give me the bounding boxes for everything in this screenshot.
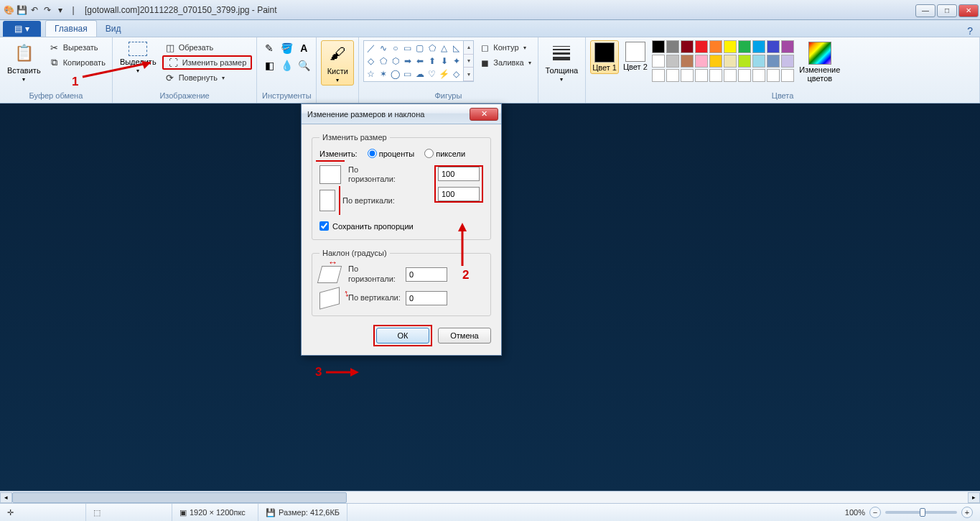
radio-pixels-input[interactable] — [424, 149, 434, 158]
cancel-button[interactable]: Отмена — [438, 328, 491, 344]
palette-color[interactable] — [652, 40, 665, 53]
edit-colors-button[interactable]: Изменение цветов — [797, 40, 843, 84]
zoom-out-button[interactable]: − — [869, 507, 881, 518]
save-icon[interactable]: 💾 — [16, 4, 27, 16]
palette-color[interactable] — [724, 55, 737, 68]
shape-roundrect[interactable]: ▢ — [414, 42, 426, 55]
scroll-right-button[interactable]: ▸ — [968, 492, 980, 503]
fill-button[interactable]: ◼Заливка▾ — [477, 55, 533, 70]
skew-v-input[interactable] — [406, 291, 447, 305]
palette-color[interactable] — [652, 55, 665, 68]
shape-arrow-u[interactable]: ⬆ — [426, 55, 438, 68]
redo-icon[interactable]: ↷ — [42, 4, 53, 16]
palette-color[interactable] — [738, 55, 751, 68]
cut-button[interactable]: ✂Вырезать — [47, 40, 108, 55]
shape-diamond[interactable]: ◇ — [365, 55, 377, 68]
shape-callout-cloud[interactable]: ☁ — [414, 68, 426, 80]
outline-button[interactable]: ◻Контур▾ — [477, 40, 533, 55]
shape-callout-round[interactable]: ◯ — [389, 68, 401, 80]
text-tool[interactable]: A — [296, 40, 312, 56]
shape-polygon[interactable]: ⬠ — [426, 42, 438, 55]
shape-curve[interactable]: ∿ — [377, 42, 389, 55]
palette-color[interactable] — [709, 40, 722, 53]
color2-button[interactable]: Цвет 2 — [622, 40, 649, 73]
palette-color[interactable] — [781, 40, 794, 53]
zoom-in-button[interactable]: + — [961, 507, 973, 518]
pencil-tool[interactable]: ✎ — [261, 40, 277, 56]
radio-percent[interactable]: проценты — [368, 149, 415, 158]
shape-star5[interactable]: ☆ — [365, 68, 377, 80]
shape-callout-rect[interactable]: ▭ — [401, 68, 414, 80]
qat-dropdown-icon[interactable]: ▾ — [55, 4, 66, 16]
fill-tool[interactable]: 🪣 — [279, 40, 294, 56]
zoom-slider[interactable] — [885, 511, 957, 514]
palette-color[interactable] — [767, 69, 780, 82]
palette-color[interactable] — [752, 40, 765, 53]
keep-ratio-checkbox[interactable] — [319, 221, 329, 231]
shape-rect[interactable]: ▭ — [401, 42, 414, 55]
shape-lightning[interactable]: ⚡ — [438, 68, 450, 80]
picker-tool[interactable]: 💧 — [279, 57, 294, 73]
dialog-close-button[interactable]: ✕ — [470, 108, 498, 121]
shape-line[interactable]: ／ — [365, 42, 377, 55]
palette-color[interactable] — [666, 69, 679, 82]
palette-color[interactable] — [724, 69, 737, 82]
palette-color[interactable] — [767, 55, 780, 68]
palette-color[interactable] — [781, 55, 794, 68]
palette-color[interactable] — [767, 40, 780, 53]
palette-color[interactable] — [652, 69, 665, 82]
help-icon[interactable]: ? — [967, 25, 973, 37]
brushes-button[interactable]: 🖌 Кисти ▾ — [321, 40, 354, 86]
palette-color[interactable] — [695, 69, 708, 82]
palette-color[interactable] — [738, 69, 751, 82]
palette-color[interactable] — [666, 40, 679, 53]
palette-color[interactable] — [709, 69, 722, 82]
horizontal-scrollbar[interactable]: ◂ ▸ — [0, 491, 980, 503]
shape-misc[interactable]: ◇ — [450, 68, 462, 80]
palette-color[interactable] — [752, 55, 765, 68]
palette-color[interactable] — [752, 69, 765, 82]
eraser-tool[interactable]: ◧ — [261, 57, 277, 73]
horizontal-input[interactable] — [438, 167, 480, 181]
skew-h-input[interactable] — [406, 267, 447, 282]
palette-color[interactable] — [666, 55, 679, 68]
shape-rtriangle[interactable]: ◺ — [450, 42, 462, 55]
palette-color[interactable] — [724, 40, 737, 53]
close-button[interactable]: ✕ — [958, 4, 979, 17]
tab-home[interactable]: Главная — [45, 20, 97, 37]
scroll-thumb[interactable] — [12, 492, 347, 503]
maximize-button[interactable]: □ — [937, 4, 957, 17]
shape-pentagon[interactable]: ⬠ — [377, 55, 389, 68]
color1-button[interactable]: Цвет 1 — [590, 40, 619, 74]
scroll-left-button[interactable]: ◂ — [0, 492, 12, 503]
shape-arrow-r[interactable]: ➡ — [401, 55, 414, 68]
palette-color[interactable] — [695, 40, 708, 53]
paste-button[interactable]: 📋 Вставить ▾ — [4, 40, 44, 84]
vertical-input[interactable] — [438, 187, 480, 201]
undo-icon[interactable]: ↶ — [29, 4, 40, 16]
palette-color[interactable] — [695, 55, 708, 68]
tab-view[interactable]: Вид — [97, 21, 130, 37]
shapes-scroll[interactable]: ▴▾▾ — [464, 40, 474, 82]
palette-color[interactable] — [681, 40, 694, 53]
palette-color[interactable] — [781, 69, 794, 82]
minimize-button[interactable]: — — [915, 4, 935, 17]
dialog-titlebar[interactable]: Изменение размеров и наклона ✕ — [302, 104, 501, 124]
shape-star6[interactable]: ✶ — [377, 68, 389, 80]
thickness-button[interactable]: Толщина ▾ — [543, 40, 582, 84]
shape-arrow-l[interactable]: ⬅ — [414, 55, 426, 68]
palette-color[interactable] — [681, 69, 694, 82]
file-menu-button[interactable]: ▤▾ — [3, 21, 41, 37]
palette-color[interactable] — [738, 40, 751, 53]
radio-pixels[interactable]: пиксели — [424, 149, 465, 158]
radio-percent-input[interactable] — [368, 149, 377, 158]
ok-button[interactable]: ОК — [376, 328, 429, 344]
shape-hexagon[interactable]: ⬡ — [389, 55, 401, 68]
shape-heart[interactable]: ♡ — [426, 68, 438, 80]
magnifier-tool[interactable]: 🔍 — [296, 57, 312, 73]
crop-button[interactable]: ◫Обрезать — [162, 40, 253, 55]
rotate-button[interactable]: ⟳Повернуть▾ — [162, 70, 253, 85]
resize-button[interactable]: ⛶Изменить размер — [162, 55, 253, 70]
shape-oval[interactable]: ○ — [389, 42, 401, 55]
shape-triangle[interactable]: △ — [438, 42, 450, 55]
